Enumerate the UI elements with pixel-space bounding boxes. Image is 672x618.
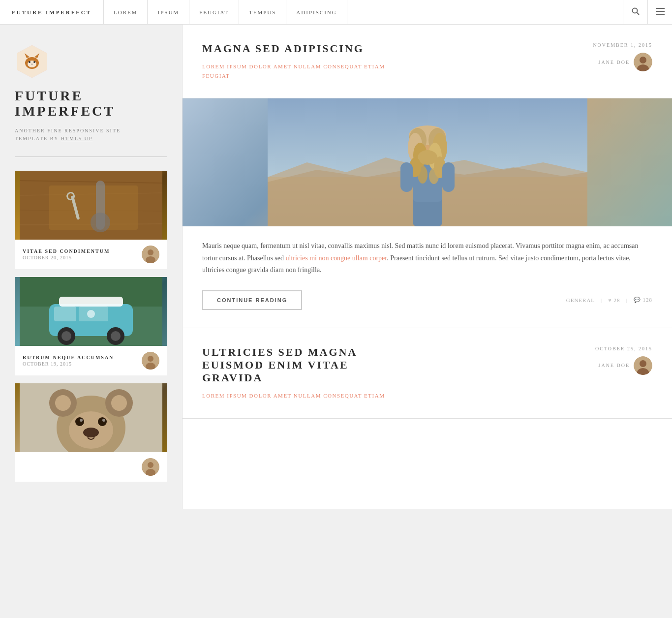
sidebar: Future Imperfect Another fine responsive…: [0, 25, 182, 509]
svg-point-26: [148, 249, 153, 255]
article-1-link-1[interactable]: ultricies mi non congue: [286, 254, 351, 262]
nav-actions: [623, 0, 672, 24]
main-content: Magna Sed Adipiscing Lorem ipsum dolor a…: [182, 25, 672, 509]
sidebar-post-1-image[interactable]: [15, 171, 167, 240]
sidebar-post-2-date: October 19, 2015: [23, 361, 114, 367]
sidebar-post-3-avatar[interactable]: [142, 458, 159, 476]
sidebar-post-1-title[interactable]: Vitae Sed Condimentum: [23, 248, 110, 254]
svg-point-51: [98, 417, 107, 426]
svg-rect-32: [59, 297, 123, 307]
search-button[interactable]: [623, 0, 647, 24]
svg-point-52: [80, 419, 83, 422]
continue-reading-button[interactable]: Continue Reading: [202, 290, 302, 310]
svg-point-50: [75, 417, 84, 426]
svg-point-12: [33, 61, 35, 63]
svg-point-38: [111, 331, 121, 341]
svg-point-47: [55, 395, 71, 411]
article-1-date: November 1, 2015: [579, 42, 652, 48]
svg-point-0: [632, 8, 637, 13]
nav-link-tempus[interactable]: Tempus: [239, 0, 286, 24]
nav-link-lorem[interactable]: Lorem: [104, 0, 148, 24]
nav-link-adipiscing[interactable]: Adipiscing: [286, 0, 347, 24]
svg-rect-80: [400, 162, 413, 192]
hamburger-icon: [656, 8, 665, 17]
article-1-header-left: Magna Sed Adipiscing Lorem ipsum dolor a…: [202, 42, 564, 80]
sidebar-divider: [15, 156, 167, 157]
sidebar-post-2-image[interactable]: [15, 277, 167, 346]
sidebar-post-3: [15, 383, 167, 482]
svg-rect-81: [442, 162, 455, 192]
svg-point-83: [640, 360, 646, 367]
article-1-title[interactable]: Magna Sed Adipiscing: [202, 42, 564, 55]
nav-brand[interactable]: Future Imperfect: [0, 9, 103, 15]
article-2-author: Jane Doe: [579, 356, 652, 375]
svg-point-75: [418, 150, 437, 165]
svg-point-56: [148, 462, 153, 468]
article-2-date: October 25, 2015: [579, 346, 652, 351]
top-navigation: Future Imperfect Lorem Ipsum Feugiat Tem…: [0, 0, 672, 25]
sidebar-post-2-info: Rutrum Neque Accumsan October 19, 2015: [23, 355, 114, 367]
html5up-link[interactable]: HTML5 UP: [61, 136, 93, 141]
article-1-comments: 💬 128: [634, 297, 652, 303]
sidebar-post-2: Rutrum Neque Accumsan October 19, 2015: [15, 277, 167, 375]
sidebar-post-3-footer: [15, 452, 167, 482]
article-2-excerpt: Lorem ipsum dolor amet nullam consequat …: [202, 391, 564, 401]
sidebar-post-1-footer: Vitae Sed Condimentum October 20, 2015: [15, 240, 167, 269]
sidebar-post-2-title[interactable]: Rutrum Neque Accumsan: [23, 355, 114, 360]
menu-button[interactable]: [647, 0, 672, 24]
sidebar-post-2-footer: Rutrum Neque Accumsan October 19, 2015: [15, 346, 167, 375]
article-1-category[interactable]: General: [566, 297, 595, 303]
article-1-header: Magna Sed Adipiscing Lorem ipsum dolor a…: [183, 25, 672, 98]
svg-point-59: [640, 57, 646, 63]
article-1-footer: Continue Reading General | ♥ 28 | 💬 128: [183, 290, 672, 310]
sidebar-post-1-avatar[interactable]: [142, 246, 159, 263]
article-1-body: Mauris neque quam, fermentum ut nisl vit…: [183, 98, 672, 328]
svg-point-48: [111, 395, 127, 411]
article-1-author-name: Jane Doe: [599, 60, 630, 65]
svg-point-54: [83, 428, 99, 437]
sidebar-title: Future Imperfect: [15, 89, 167, 119]
article-1-author: Jane Doe: [579, 53, 652, 71]
article-1-link-2[interactable]: ullam corper: [352, 254, 387, 262]
sidebar-post-3-image[interactable]: [15, 383, 167, 452]
article-2-author-name: Jane Doe: [599, 363, 630, 368]
article-1-meta: November 1, 2015 Jane Doe: [564, 42, 652, 71]
svg-point-36: [61, 331, 71, 341]
page-layout: Future Imperfect Another fine responsive…: [0, 25, 672, 509]
sidebar-post-2-avatar[interactable]: [142, 352, 159, 370]
svg-line-1: [637, 12, 639, 15]
sidebar-post-1-date: October 20, 2015: [23, 255, 110, 260]
article-1-text: Mauris neque quam, fermentum ut nisl vit…: [183, 240, 672, 277]
article-2-author-avatar[interactable]: [634, 356, 652, 375]
search-icon: [631, 7, 640, 18]
article-2-header: Ultricies Sed Magna Euismod Enim Vitae G…: [183, 328, 672, 419]
nav-links: Lorem Ipsum Feugiat Tempus Adipiscing: [103, 0, 347, 24]
sidebar-post-1-info: Vitae Sed Condimentum October 20, 2015: [23, 248, 110, 260]
nav-link-ipsum[interactable]: Ipsum: [148, 0, 189, 24]
svg-point-79: [429, 168, 439, 184]
article-1-likes: ♥ 28: [608, 297, 620, 303]
sidebar-post-1: Vitae Sed Condimentum October 20, 2015: [15, 171, 167, 269]
sidebar-tagline: Another fine responsive site template by…: [15, 127, 167, 143]
separator-2: |: [626, 297, 628, 303]
article-1-feature-image[interactable]: [183, 98, 672, 226]
svg-rect-33: [54, 307, 76, 321]
svg-point-39: [87, 310, 95, 318]
article-1-paragraph: Mauris neque quam, fermentum ut nisl vit…: [202, 240, 652, 277]
article-2-header-left: Ultricies Sed Magna Euismod Enim Vitae G…: [202, 346, 564, 401]
sidebar-logo[interactable]: [15, 44, 49, 79]
heart-icon: ♥: [608, 297, 612, 303]
hex-logo-icon: [15, 44, 49, 79]
woman-landscape-icon: [268, 98, 587, 226]
article-1-stats: General | ♥ 28 | 💬 128: [566, 297, 652, 303]
svg-point-11: [29, 61, 31, 63]
comment-icon: 💬: [634, 297, 641, 303]
svg-point-14: [30, 64, 34, 67]
nav-link-feugiat[interactable]: Feugiat: [189, 0, 239, 24]
article-1-author-avatar[interactable]: [634, 53, 652, 71]
article-2-title[interactable]: Ultricies Sed Magna Euismod Enim Vitae G…: [202, 346, 564, 384]
article-2-meta: October 25, 2015 Jane Doe: [564, 346, 652, 375]
article-1-excerpt: Lorem ipsum dolor amet nullam consequat …: [202, 62, 564, 80]
svg-point-78: [418, 166, 428, 184]
van-image-icon: [20, 277, 162, 346]
